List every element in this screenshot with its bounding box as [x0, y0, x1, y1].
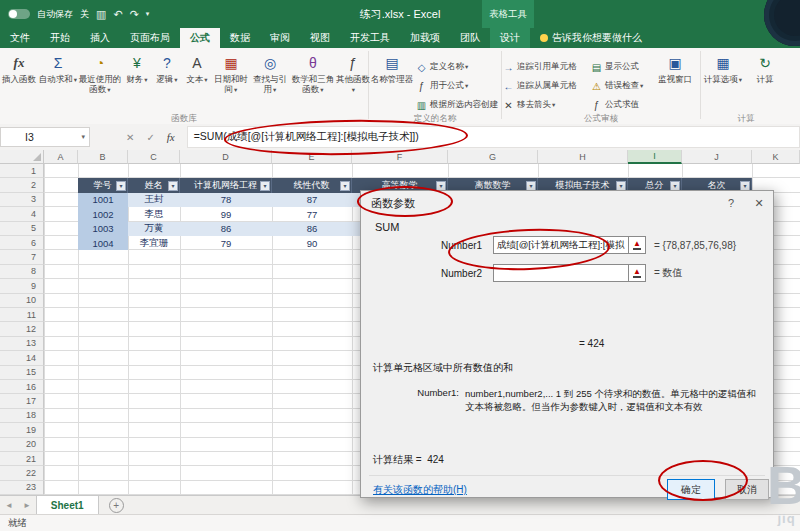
grid-line [44, 164, 45, 495]
ready-status: 就绪 [8, 517, 27, 530]
dialog-close-icon[interactable]: ✕ [745, 191, 773, 215]
table-header-label: 姓名 [145, 179, 163, 192]
select-all-corner[interactable] [0, 150, 44, 164]
table-header-label: 线性代数 [294, 179, 330, 192]
row-header-12[interactable]: 12 [0, 322, 44, 336]
column-header-G[interactable]: G [448, 150, 538, 164]
number2-input[interactable] [493, 264, 629, 282]
param-name: Number1: [373, 387, 465, 413]
cell[interactable]: 86 [180, 222, 272, 236]
table-header-label: 学号 [94, 179, 112, 192]
function-arguments-dialog: 函数参数 ? ✕ SUM Number1 成绩[@[计算机网络工程]:[模拟 ▲… [360, 190, 774, 498]
new-sheet-button[interactable]: + [109, 498, 124, 513]
next-sheet-icon[interactable]: ► [18, 501, 36, 510]
row-header-1[interactable]: 1 [0, 164, 44, 178]
column-header-B[interactable]: B [78, 150, 128, 164]
row-header-15[interactable]: 15 [0, 366, 44, 380]
cell[interactable]: 87 [272, 193, 352, 207]
table-header[interactable]: 计算机网络工程▾ [180, 178, 272, 192]
cell[interactable]: 李思 [128, 207, 180, 221]
column-header-A[interactable]: A [44, 150, 78, 164]
number1-range-select-button[interactable]: ▲ [629, 236, 646, 254]
row-header-17[interactable]: 17 [0, 394, 44, 408]
cell[interactable]: 李宜珊 [128, 236, 180, 250]
table-header[interactable]: 线性代数▾ [272, 178, 352, 192]
row-header-9[interactable]: 9 [0, 279, 44, 293]
function-description: 计算单元格区域中所有数值的和 [373, 361, 513, 375]
row-header-14[interactable]: 14 [0, 351, 44, 365]
number2-label: Number2 [441, 268, 493, 279]
filter-icon[interactable]: ▾ [168, 181, 178, 191]
table-header[interactable]: 姓名▾ [128, 178, 180, 192]
row-header-8[interactable]: 8 [0, 265, 44, 279]
select-all-icon [33, 153, 41, 161]
function-help-link[interactable]: 有关该函数的帮助(H) [373, 483, 467, 497]
number1-result: = {78,87,85,76,98} [654, 240, 736, 251]
column-header-C[interactable]: C [128, 150, 180, 164]
row-header-6[interactable]: 6 [0, 236, 44, 250]
row-header-22[interactable]: 22 [0, 466, 44, 480]
sheet-tab-sheet1[interactable]: Sheet1 [36, 496, 99, 514]
row-header-5[interactable]: 5 [0, 222, 44, 236]
filter-icon[interactable]: ▾ [340, 181, 350, 191]
dialog-help-icon[interactable]: ? [717, 191, 745, 215]
range-select-icon: ▲ [633, 268, 641, 278]
column-header-K[interactable]: K [752, 150, 800, 164]
param-help-text: number1,number2,... 1 到 255 个待求和的数值。单元格中… [465, 387, 759, 413]
column-header-J[interactable]: J [682, 150, 752, 164]
cell[interactable]: 77 [272, 207, 352, 221]
partial-result: = 424 [579, 338, 604, 349]
cell[interactable]: 1002 [78, 207, 128, 221]
row-header-10[interactable]: 10 [0, 294, 44, 308]
row-header-2[interactable]: 2 [0, 178, 44, 192]
function-name: SUM [375, 221, 399, 233]
row-header-13[interactable]: 13 [0, 337, 44, 351]
column-header-H[interactable]: H [538, 150, 628, 164]
number2-result: = 数值 [654, 266, 683, 280]
cell[interactable]: 90 [272, 236, 352, 250]
row-header-3[interactable]: 3 [0, 193, 44, 207]
row-header-20[interactable]: 20 [0, 438, 44, 452]
row-header-7[interactable]: 7 [0, 250, 44, 264]
cell[interactable]: 1001 [78, 193, 128, 207]
table-header-label: 计算机网络工程 [194, 179, 257, 192]
dialog-title: 函数参数 [361, 191, 773, 215]
cell[interactable]: 1004 [78, 236, 128, 250]
cell[interactable]: 王封 [128, 193, 180, 207]
table-header[interactable]: 学号▾ [78, 178, 128, 192]
cell[interactable]: 78 [180, 193, 272, 207]
number2-range-select-button[interactable]: ▲ [629, 264, 646, 282]
ok-button[interactable]: 确定 [667, 479, 715, 500]
status-bar: 就绪 [0, 514, 800, 531]
cell[interactable]: 99 [180, 207, 272, 221]
row-header-21[interactable]: 21 [0, 452, 44, 466]
cell[interactable]: 1003 [78, 222, 128, 236]
column-header-F[interactable]: F [352, 150, 448, 164]
column-header-D[interactable]: D [180, 150, 272, 164]
excel-window: 自动保存 关 ▥ ↶ ↷ ▾ 练习.xlsx - Excel 表格工具 文件 开… [0, 0, 800, 531]
number1-input[interactable]: 成绩[@[计算机网络工程]:[模拟 [493, 236, 629, 254]
calculation-result: 计算结果 = 424 [373, 453, 444, 467]
dialog-separator [369, 475, 765, 476]
prev-sheet-icon[interactable]: ◄ [0, 501, 18, 510]
cancel-button[interactable]: 取消 [725, 479, 769, 500]
range-select-icon: ▲ [633, 240, 641, 250]
row-header-23[interactable]: 23 [0, 481, 44, 495]
row-header-4[interactable]: 4 [0, 207, 44, 221]
column-header-I[interactable]: I [628, 150, 682, 164]
cell[interactable]: 86 [272, 222, 352, 236]
row-header-18[interactable]: 18 [0, 409, 44, 423]
number1-label: Number1 [441, 240, 493, 251]
cell[interactable]: 79 [180, 236, 272, 250]
row-header-11[interactable]: 11 [0, 308, 44, 322]
filter-icon[interactable]: ▾ [260, 181, 270, 191]
row-header-16[interactable]: 16 [0, 380, 44, 394]
filter-icon[interactable]: ▾ [116, 181, 126, 191]
grid-line [352, 164, 353, 495]
cell[interactable]: 万黄 [128, 222, 180, 236]
row-header-19[interactable]: 19 [0, 423, 44, 437]
column-header-E[interactable]: E [272, 150, 352, 164]
